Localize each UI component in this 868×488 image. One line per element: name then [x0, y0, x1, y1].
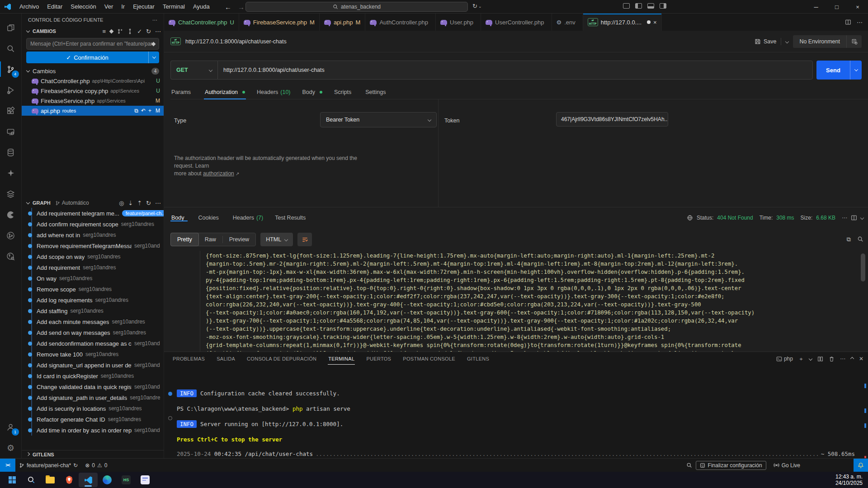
nav-back-icon[interactable]: ←	[225, 3, 231, 11]
commit-row[interactable]: Add sendconfirmation message as cron job…	[22, 338, 164, 349]
changes-section-header[interactable]: CAMBIOS ≡ ✓ ↻ ⋯	[22, 26, 164, 36]
editor-tab[interactable]: ⚙ ⇄HTTP api.php M ×	[320, 14, 366, 31]
remote-explorer-icon[interactable]	[0, 121, 22, 142]
branch-status-item[interactable]: feature/panel-cha* ↻	[15, 459, 81, 472]
graph-more-icon[interactable]: ⋯	[155, 200, 161, 206]
request-tab[interactable]: Body	[302, 85, 324, 99]
menu-terminal[interactable]: Terminal	[159, 0, 189, 14]
editor-tab[interactable]: ⚙ ⇄HTTP http://127.0.0.... ×	[583, 14, 662, 31]
panel-tab[interactable]: GITLENS	[467, 356, 490, 361]
send-dropdown-icon[interactable]	[850, 61, 862, 80]
response-tab[interactable]: Test Results	[274, 215, 309, 221]
format-select[interactable]: HTML	[260, 233, 293, 246]
problems-status-item[interactable]: ⊗0 ⚠0	[81, 459, 111, 472]
menu-archivo[interactable]: Archivo	[15, 0, 43, 14]
close-panel-icon[interactable]: ✕	[859, 356, 863, 362]
environment-icon[interactable]	[846, 35, 862, 48]
changed-file-row[interactable]: FirebaseService copy.php app\Services ⧉↶…	[22, 86, 164, 96]
panel-more-icon[interactable]: ⋯	[840, 356, 845, 362]
environment-selector[interactable]: No Environment	[793, 35, 862, 48]
editor-tab[interactable]: ⚙ ⇄HTTP AuthController.php ×	[365, 14, 436, 31]
maximize-panel-icon[interactable]	[850, 357, 854, 361]
nav-forward-icon[interactable]: →	[238, 3, 245, 11]
graph-section-header[interactable]: GRAPH Automático ◎ ⇣ ⇡ ↻ ⋯	[22, 198, 164, 208]
pull-icon[interactable]: ⇣	[128, 200, 133, 206]
view-mode-button[interactable]: Preview	[223, 233, 255, 246]
wrap-lines-button[interactable]	[297, 233, 312, 246]
commit-row[interactable]: Add time in order by asc in order report…	[22, 425, 164, 436]
branch-switch-icon[interactable]: ↻⌄	[472, 3, 481, 9]
commit-row[interactable]: Add is security in locations serg10andre…	[22, 403, 164, 414]
request-tab[interactable]: Params	[170, 85, 194, 99]
brave-browser-icon[interactable]	[60, 473, 79, 487]
account-icon[interactable]: 1	[0, 417, 22, 437]
taskbar-search-icon[interactable]	[22, 473, 41, 487]
commit-row[interactable]: Remove requirementTelegramMessage serg10…	[22, 240, 164, 251]
graph-target-icon[interactable]: ◎	[119, 200, 124, 206]
search-view-icon[interactable]	[0, 38, 22, 59]
remote-indicator[interactable]: ><	[0, 459, 15, 472]
launch-profile-button[interactable]: php	[776, 356, 793, 362]
graph-refresh-icon[interactable]: ↻	[146, 200, 151, 206]
gitlens-inspect-icon[interactable]	[0, 246, 22, 267]
collapse-response-icon[interactable]	[860, 216, 864, 220]
panel-tab[interactable]: PUERTOS	[366, 356, 392, 361]
sparkle-icon[interactable]	[151, 42, 156, 46]
run-debug-icon[interactable]	[0, 80, 22, 100]
split-editor-icon[interactable]	[845, 19, 851, 25]
view-mode-button[interactable]: Pretty	[170, 233, 199, 246]
response-tab[interactable]: Body	[170, 215, 188, 221]
commit-row[interactable]: Add confirm requirement scope serg10andr…	[22, 219, 164, 230]
search-response-icon[interactable]	[857, 236, 863, 242]
split-response-icon[interactable]	[851, 215, 857, 221]
menu-seleccion[interactable]: Selección	[66, 0, 100, 14]
editor-tab[interactable]: ⚙ ⇄HTTP .env ×	[552, 14, 583, 31]
finish-setup-button[interactable]: Finalizar configuración	[696, 461, 766, 470]
commit-row[interactable]: Add requirement serg10andres	[22, 262, 164, 273]
commit-row[interactable]: Change validated data in quick register …	[22, 381, 164, 392]
notifications-bell[interactable]	[854, 459, 868, 472]
menu-ir[interactable]: Ir	[117, 0, 129, 14]
new-terminal-icon[interactable]: ＋	[798, 355, 804, 363]
menu-ejecutar[interactable]: Ejecutar	[129, 0, 159, 14]
view-mode-button[interactable]: Raw	[198, 233, 222, 246]
heidisql-icon[interactable]: HS	[117, 473, 136, 487]
maximize-button[interactable]: □	[826, 0, 847, 14]
commit-button[interactable]: ✓Confirmación	[26, 52, 159, 63]
request-tab[interactable]: Headers (10)	[256, 85, 291, 99]
refresh-icon[interactable]: ↻	[146, 28, 151, 35]
changed-file-row[interactable]: FirebaseService.php app\Services ⧉↶+ M	[22, 96, 164, 106]
menu-ver[interactable]: Ver	[100, 0, 118, 14]
layout-grid-icon[interactable]	[623, 3, 630, 9]
edge-browser-icon[interactable]	[98, 473, 117, 487]
notepad-icon[interactable]	[136, 473, 155, 487]
save-dropdown-icon[interactable]	[785, 39, 789, 43]
editor-tab[interactable]: ⚙ ⇄HTTP FirebaseService.php M ×	[239, 14, 320, 31]
request-tab[interactable]: Authorization	[204, 85, 246, 99]
panel-tab[interactable]: POSTMAN CONSOLE	[402, 356, 456, 361]
response-scrollbar[interactable]	[861, 253, 865, 282]
commit-row[interactable]: Add requirement telegram me... feature/p…	[22, 208, 164, 219]
pie-extension-icon[interactable]	[0, 204, 22, 225]
commit-row[interactable]: Add signature_path in user_details serg1…	[22, 392, 164, 403]
command-search-input[interactable]: atenas_backend	[245, 2, 468, 12]
menu-editar[interactable]: Editar	[43, 0, 66, 14]
toggle-sidebar-icon[interactable]	[635, 3, 642, 9]
response-tab[interactable]: Headers (7)	[232, 215, 264, 221]
request-tab[interactable]: Settings	[364, 85, 389, 99]
push-icon[interactable]: ⇡	[137, 200, 142, 206]
scm-more-icon[interactable]: ⋯	[155, 28, 161, 35]
explorer-icon[interactable]	[0, 17, 22, 38]
commit-row[interactable]: Add each minute messages serg10andres	[22, 316, 164, 327]
terminal-output[interactable]: INFOConfiguration cache cleared successf…	[164, 366, 868, 458]
commit-row[interactable]: add where not in serg10andres	[22, 230, 164, 240]
start-button[interactable]	[3, 473, 22, 487]
vscode-taskbar-icon[interactable]	[79, 473, 98, 487]
changed-file-row[interactable]: ChatController.php app\Http\Controllers\…	[22, 76, 164, 86]
commit-graph-icon[interactable]	[127, 28, 133, 34]
auth-type-select[interactable]: Bearer Token	[320, 112, 437, 127]
method-select[interactable]: GET	[170, 61, 217, 80]
commit-message-input[interactable]: Mensaje (Ctrl+Enter para confirmar en "f…	[26, 38, 159, 50]
file-actions[interactable]: ⧉↶+	[134, 108, 151, 114]
toggle-secondary-sidebar-icon[interactable]	[660, 3, 666, 9]
